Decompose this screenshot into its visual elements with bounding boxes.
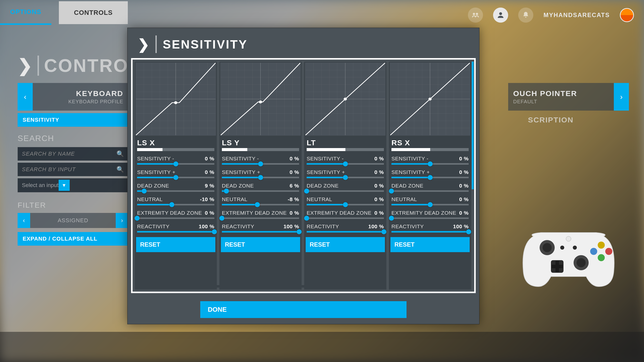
param-value: -8 % bbox=[288, 196, 299, 202]
done-button[interactable]: DONE bbox=[200, 301, 407, 318]
sensitivity-button[interactable]: SENSITIVITY bbox=[18, 113, 128, 127]
axis-value-bar bbox=[222, 148, 299, 151]
scrollbar[interactable] bbox=[472, 62, 474, 189]
search-by-name-row[interactable]: 🔍 bbox=[18, 147, 128, 161]
filter-heading: FILTER bbox=[18, 199, 128, 211]
slider-neutral[interactable] bbox=[391, 204, 469, 205]
response-curve[interactable] bbox=[220, 63, 301, 135]
slider-ext_dead[interactable] bbox=[391, 217, 469, 219]
param-neutral: NEUTRAL -10 % bbox=[137, 195, 214, 203]
slider-sens_plus[interactable] bbox=[307, 177, 384, 178]
search-input-input[interactable] bbox=[22, 166, 116, 173]
slider-neutral[interactable] bbox=[222, 204, 299, 205]
svg-point-100 bbox=[428, 98, 432, 101]
modal-title: SENSITIVITY bbox=[163, 37, 248, 51]
slider-sens_plus[interactable] bbox=[391, 177, 469, 178]
reset-button[interactable]: RESET bbox=[136, 237, 215, 252]
device-next-button[interactable]: › bbox=[614, 83, 629, 111]
profile-icon[interactable] bbox=[493, 8, 508, 23]
slider-sens_minus[interactable] bbox=[391, 163, 469, 165]
param-value: 0 % bbox=[374, 210, 384, 216]
device-profile: KEYBOARD PROFILE bbox=[33, 99, 123, 105]
axis-value-bar bbox=[307, 148, 384, 151]
param-label: NEUTRAL bbox=[137, 196, 163, 202]
response-curve[interactable] bbox=[390, 63, 470, 135]
response-curve[interactable] bbox=[305, 63, 385, 135]
axis-card-ls-y: LS Y SENSITIVITY - 0 % SENSITIVITY + 0 % bbox=[219, 62, 302, 290]
slider-ext_dead[interactable] bbox=[307, 217, 384, 219]
filter-prev-button[interactable]: ‹ bbox=[18, 213, 30, 228]
select-input-dropdown[interactable]: Select an input ▾ bbox=[18, 178, 128, 192]
param-value: 100 % bbox=[284, 223, 299, 230]
reset-button[interactable]: RESET bbox=[306, 237, 385, 252]
param-label: REACTIVITY bbox=[222, 223, 254, 230]
param-reactivity: REACTIVITY 100 % bbox=[391, 222, 469, 230]
chevron-right-icon: ❯ bbox=[138, 36, 149, 53]
device-profile-right: DEFAULT bbox=[513, 99, 614, 105]
param-dead_zone: DEAD ZONE 9 % bbox=[137, 181, 214, 189]
notifications-icon[interactable] bbox=[518, 8, 533, 23]
slider-sens_plus[interactable] bbox=[137, 177, 214, 178]
community-icon[interactable] bbox=[468, 8, 483, 23]
svg-point-7 bbox=[590, 248, 597, 255]
slider-reactivity[interactable] bbox=[137, 231, 214, 233]
param-value: -10 % bbox=[200, 196, 214, 202]
svg-point-10 bbox=[605, 248, 612, 255]
slider-dead_zone[interactable] bbox=[391, 190, 469, 192]
param-value: 0 % bbox=[459, 156, 469, 162]
slider-sens_minus[interactable] bbox=[137, 163, 214, 165]
param-value: 100 % bbox=[453, 223, 469, 230]
slider-ext_dead[interactable] bbox=[137, 217, 214, 219]
param-label: SENSITIVITY + bbox=[391, 169, 430, 175]
slider-sens_minus[interactable] bbox=[307, 163, 384, 165]
svg-point-6 bbox=[577, 258, 586, 267]
filter-next-button[interactable]: › bbox=[116, 213, 128, 228]
search-name-input[interactable] bbox=[22, 151, 116, 157]
response-curve[interactable] bbox=[136, 63, 216, 135]
device-prev-button[interactable]: ‹ bbox=[18, 83, 33, 111]
search-icon: 🔍 bbox=[116, 150, 124, 157]
axis-card-ls-x: LS X SENSITIVITY - 0 % SENSITIVITY + 0 % bbox=[135, 62, 217, 290]
param-sens_plus: SENSITIVITY + 0 % bbox=[307, 168, 384, 176]
param-value: 0 % bbox=[374, 183, 384, 189]
slider-dead_zone[interactable] bbox=[307, 190, 384, 192]
axis-value-bar bbox=[391, 148, 469, 151]
svg-point-16 bbox=[573, 246, 577, 250]
param-value: 0 % bbox=[459, 196, 469, 202]
param-value: 0 % bbox=[205, 156, 214, 162]
slider-sens_minus[interactable] bbox=[222, 163, 299, 165]
slider-neutral[interactable] bbox=[307, 204, 384, 205]
param-value: 0 % bbox=[374, 169, 384, 175]
slider-sens_plus[interactable] bbox=[222, 177, 299, 178]
tab-controls[interactable]: CONTROLS bbox=[59, 1, 128, 24]
param-neutral: NEUTRAL 0 % bbox=[307, 195, 384, 203]
select-input-label: Select an input bbox=[22, 182, 59, 189]
param-ext_dead: EXTREMITY DEAD ZONE 0 % bbox=[137, 208, 214, 216]
slider-reactivity[interactable] bbox=[391, 231, 469, 233]
param-reactivity: REACTIVITY 100 % bbox=[137, 222, 214, 230]
expand-collapse-button[interactable]: EXPAND / COLLAPSE ALL bbox=[18, 232, 128, 246]
slider-reactivity[interactable] bbox=[222, 231, 299, 233]
param-value: 100 % bbox=[199, 223, 214, 230]
param-label: EXTREMITY DEAD ZONE bbox=[137, 210, 202, 216]
slider-ext_dead[interactable] bbox=[222, 217, 299, 219]
reset-button[interactable]: RESET bbox=[221, 237, 300, 252]
param-value: 0 % bbox=[290, 156, 299, 162]
slider-dead_zone[interactable] bbox=[137, 190, 214, 192]
search-heading: SEARCH bbox=[18, 132, 128, 145]
device-name-partial: OUCH POINTER bbox=[513, 89, 614, 98]
param-ext_dead: EXTREMITY DEAD ZONE 0 % bbox=[222, 208, 299, 216]
slider-dead_zone[interactable] bbox=[222, 190, 299, 192]
search-by-input-row[interactable]: 🔍 bbox=[18, 163, 128, 176]
reset-button[interactable]: RESET bbox=[390, 237, 470, 252]
param-sens_minus: SENSITIVITY - 0 % bbox=[391, 154, 469, 162]
slider-reactivity[interactable] bbox=[307, 231, 384, 233]
sensitivity-modal: ❯ SENSITIVITY LS X SENSITIVITY - 0 % bbox=[127, 28, 479, 324]
tab-options[interactable]: OPTIONS bbox=[0, 1, 51, 25]
slider-neutral[interactable] bbox=[137, 204, 214, 205]
avatar-icon[interactable] bbox=[620, 8, 634, 22]
axis-name: LS Y bbox=[219, 137, 302, 148]
param-reactivity: REACTIVITY 100 % bbox=[307, 222, 384, 230]
param-label: NEUTRAL bbox=[391, 196, 417, 202]
param-dead_zone: DEAD ZONE 0 % bbox=[391, 181, 469, 189]
